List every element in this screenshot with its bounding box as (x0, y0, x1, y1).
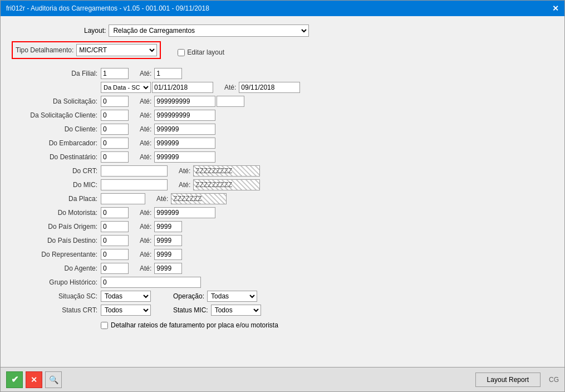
do-pais-origem-input[interactable] (101, 221, 129, 232)
do-pais-origem-label: Do País Origem: (12, 223, 101, 231)
detalhar-label: Detalhar rateios de faturamento por plac… (111, 321, 278, 329)
data-row: Da Data - SC Da Data - CRT Da Data - MIC… (12, 82, 553, 93)
layout-label: Layout: (84, 27, 106, 35)
grupo-historico-input[interactable] (101, 277, 201, 288)
ate-pais-origem-label: Até: (140, 223, 151, 231)
do-pais-destino-input[interactable] (101, 235, 129, 246)
layout-row: Layout: Relação de Carregamentos (12, 24, 553, 37)
close-button[interactable]: ✕ (552, 4, 559, 13)
ate-cliente-input[interactable] (154, 124, 215, 135)
ate-pais-origem-input[interactable] (154, 221, 182, 232)
solicitacao-row: Da Solicitação: Até: (12, 96, 553, 107)
status-mic-label: Status MIC: (173, 306, 208, 314)
do-embarcador-label: Do Embarcador: (12, 139, 101, 147)
main-window: fri012r - Auditoria dos Carregamentos - … (0, 0, 565, 392)
cg-label: CG (549, 376, 559, 384)
ate-solicitacao-input[interactable] (154, 96, 215, 107)
editar-layout-label[interactable]: Editar layout (178, 48, 224, 56)
ate-data-input[interactable] (239, 82, 300, 93)
detalhar-row: Detalhar rateios de faturamento por plac… (101, 321, 553, 329)
ate-cliente-label: Até: (140, 125, 151, 133)
ate-agente-input[interactable] (154, 263, 182, 274)
confirm-button[interactable]: ✔ (6, 371, 23, 388)
ate-placa-label: Até: (156, 195, 168, 203)
ate-filial-label: Até: (140, 70, 151, 77)
ate-crt-input[interactable] (193, 165, 260, 177)
cliente-row: Do Cliente: Até: (12, 124, 553, 135)
da-filial-input[interactable] (101, 68, 129, 79)
status-crt-label: Status CRT: (12, 306, 101, 314)
tipo-detalhamento-container: Tipo Detalhamento: MIC/CRT (12, 41, 161, 59)
ate-solicitacao-cliente-label: Até: (140, 111, 151, 119)
ate-placa-input[interactable] (171, 193, 227, 204)
da-filial-label: Da Filial: (12, 70, 101, 77)
ate-embarcador-input[interactable] (154, 138, 215, 149)
cancel-button[interactable]: ✕ (26, 371, 42, 388)
search-button[interactable]: 🔍 (45, 371, 62, 388)
tipo-detalhamento-select[interactable]: MIC/CRT (76, 44, 157, 56)
do-motorista-label: Do Motorista: (12, 209, 101, 217)
da-solicitacao-label: Da Solicitação: (12, 97, 101, 105)
detalhar-checkbox[interactable] (101, 322, 108, 329)
ate-data-label: Até: (224, 84, 236, 91)
ate-solicitacao-cliente-input[interactable] (154, 110, 215, 121)
ate-embarcador-label: Até: (140, 139, 151, 147)
situacao-operacao-row: Situação SC: Todas Aberta Fechada Operaç… (12, 291, 553, 302)
situacao-sc-label: Situação SC: (12, 292, 101, 300)
da-placa-input[interactable] (101, 193, 145, 204)
status-mic-select[interactable]: Todos Ativo Inativo (211, 305, 261, 316)
pais-destino-row: Do País Destino: Até: (12, 235, 553, 246)
ate-filial-input[interactable] (154, 68, 182, 79)
ate-destinatario-label: Até: (140, 153, 151, 161)
title-bar: fri012r - Auditoria dos Carregamentos - … (1, 1, 564, 16)
main-content: Layout: Relação de Carregamentos Tipo De… (1, 16, 564, 367)
layout-report-button[interactable]: Layout Report (475, 373, 541, 387)
do-agente-label: Do Agente: (12, 264, 101, 272)
status-row: Status CRT: Todos Ativo Inativo Status M… (12, 305, 553, 316)
do-representante-input[interactable] (101, 249, 129, 260)
do-mic-input[interactable] (101, 179, 168, 190)
da-solicitacao-cliente-label: Da Solicitação Cliente: (12, 111, 101, 119)
pais-origem-row: Do País Origem: Até: (12, 221, 553, 232)
da-data-input[interactable] (152, 82, 213, 93)
ate-mic-input[interactable] (193, 179, 260, 190)
situacao-sc-select[interactable]: Todas Aberta Fechada (101, 291, 151, 302)
da-data-select[interactable]: Da Data - SC Da Data - CRT Da Data - MIC (101, 82, 151, 93)
ate-motorista-input[interactable] (154, 207, 215, 218)
do-agente-input[interactable] (101, 263, 129, 274)
operacao-label: Operação: (173, 292, 204, 300)
operacao-select[interactable]: Todas Importação Exportação (207, 291, 257, 302)
solicitacao-cliente-row: Da Solicitação Cliente: Até: (12, 110, 553, 121)
placa-row: Da Placa: Até: (12, 193, 553, 204)
embarcador-row: Do Embarcador: Até: (12, 138, 553, 149)
ate-solicitacao-extra-input[interactable] (217, 96, 244, 107)
do-cliente-label: Do Cliente: (12, 125, 101, 133)
ate-representante-input[interactable] (154, 249, 182, 260)
ate-motorista-label: Até: (140, 209, 151, 217)
ate-destinatario-input[interactable] (154, 151, 215, 163)
search-icon: 🔍 (49, 375, 58, 384)
destinatario-row: Do Destinatário: Até: (12, 151, 553, 163)
ate-solicitacao-label: Até: (140, 97, 151, 105)
editar-layout-container: Editar layout (178, 48, 224, 56)
do-motorista-input[interactable] (101, 207, 129, 218)
window-title: fri012r - Auditoria dos Carregamentos - … (6, 4, 209, 12)
do-destinatario-label: Do Destinatário: (12, 153, 101, 161)
do-cliente-input[interactable] (101, 124, 129, 135)
do-pais-destino-label: Do País Destino: (12, 237, 101, 244)
do-crt-input[interactable] (101, 165, 168, 177)
layout-select[interactable]: Relação de Carregamentos (109, 24, 309, 37)
ate-mic-label: Até: (179, 181, 190, 189)
motorista-row: Do Motorista: Até: (12, 207, 553, 218)
ate-pais-destino-input[interactable] (154, 235, 182, 246)
editar-layout-checkbox[interactable] (178, 49, 185, 56)
do-mic-label: Do MIC: (12, 181, 101, 189)
representante-row: Do Representante: Até: (12, 249, 553, 260)
ate-pais-destino-label: Até: (140, 237, 151, 244)
do-embarcador-input[interactable] (101, 138, 129, 149)
da-solicitacao-input[interactable] (101, 96, 129, 107)
do-destinatario-input[interactable] (101, 151, 129, 163)
da-solicitacao-cliente-input[interactable] (101, 110, 129, 121)
da-placa-label: Da Placa: (12, 195, 101, 203)
status-crt-select[interactable]: Todos Ativo Inativo (101, 305, 151, 316)
